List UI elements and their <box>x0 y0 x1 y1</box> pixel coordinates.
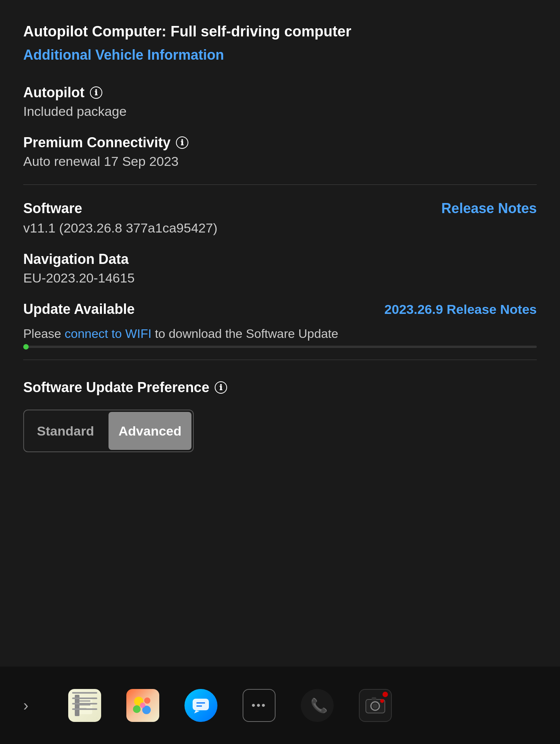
wifi-message-suffix: to download the Software Update <box>152 327 338 341</box>
svg-rect-18 <box>372 697 376 700</box>
svg-point-17 <box>372 703 378 709</box>
nav-data-label: Navigation Data <box>23 251 537 267</box>
taskbar-chevron[interactable]: › <box>23 697 28 714</box>
autopilot-label: Autopilot <box>23 84 84 101</box>
update-progress-bar <box>23 346 537 348</box>
svg-point-7 <box>133 705 141 713</box>
wifi-message-prefix: Please <box>23 327 65 341</box>
premium-connectivity-label-row: Premium Connectivity ℹ <box>23 134 537 151</box>
svg-text:📞: 📞 <box>310 697 327 714</box>
wifi-connect-link[interactable]: connect to WIFI <box>65 327 152 341</box>
update-release-notes-link[interactable]: 2023.26.9 Release Notes <box>384 302 537 317</box>
camera-app-icon <box>359 689 392 722</box>
divider-2 <box>23 360 537 360</box>
autopilot-section: Autopilot ℹ Included package <box>23 84 537 119</box>
autopilot-label-row: Autopilot ℹ <box>23 84 537 101</box>
preference-info-icon[interactable]: ℹ <box>215 381 227 394</box>
svg-point-19 <box>380 699 384 703</box>
advanced-toggle-button[interactable]: Advanced <box>109 412 191 450</box>
autopilot-info-icon[interactable]: ℹ <box>90 86 102 99</box>
autopilot-computer-title: Autopilot Computer: Full self-driving co… <box>23 23 537 40</box>
premium-connectivity-section: Premium Connectivity ℹ Auto renewal 17 S… <box>23 134 537 169</box>
taskbar-notes-icon[interactable] <box>67 688 102 723</box>
svg-point-9 <box>140 703 145 708</box>
update-available-row: Update Available 2023.26.9 Release Notes <box>23 301 537 317</box>
messages-app-icon <box>184 689 217 722</box>
autopilot-value: Included package <box>23 104 537 119</box>
premium-connectivity-label: Premium Connectivity <box>23 134 171 151</box>
taskbar-more-icon[interactable]: ••• <box>241 688 276 723</box>
svg-rect-4 <box>75 695 79 716</box>
software-header-row: Software Release Notes <box>23 200 537 217</box>
progress-dot <box>23 344 29 350</box>
taskbar-messages-icon[interactable] <box>183 688 218 723</box>
gallery-app-icon <box>126 689 159 722</box>
svg-marker-13 <box>194 710 200 713</box>
preference-label-row: Software Update Preference ℹ <box>23 379 537 396</box>
svg-point-6 <box>144 698 150 704</box>
taskbar-camera-icon[interactable] <box>358 688 393 723</box>
preference-label: Software Update Preference <box>23 379 209 396</box>
additional-vehicle-link[interactable]: Additional Vehicle Information <box>23 47 537 63</box>
nav-data-value: EU-2023.20-14615 <box>23 270 537 286</box>
taskbar-icons: ••• 📞 <box>67 688 393 723</box>
standard-toggle-button[interactable]: Standard <box>24 410 107 451</box>
update-preference-toggle: Standard Advanced <box>23 410 194 452</box>
main-content: Autopilot Computer: Full self-driving co… <box>0 0 560 666</box>
taskbar-phone-icon[interactable]: 📞 <box>300 688 334 723</box>
taskbar-gallery-icon[interactable] <box>125 688 160 723</box>
software-version: v11.1 (2023.26.8 377a1ca95427) <box>23 220 537 236</box>
software-label: Software <box>23 200 82 217</box>
premium-connectivity-value: Auto renewal 17 Sep 2023 <box>23 154 537 169</box>
divider-1 <box>23 184 537 185</box>
premium-connectivity-info-icon[interactable]: ℹ <box>176 136 188 149</box>
phone-app-icon: 📞 <box>301 689 334 722</box>
svg-rect-10 <box>193 699 209 710</box>
update-available-label: Update Available <box>23 301 134 317</box>
notes-app-icon <box>68 689 101 722</box>
more-app-icon: ••• <box>243 689 276 722</box>
release-notes-link[interactable]: Release Notes <box>441 200 537 217</box>
wifi-message: Please connect to WIFI to download the S… <box>23 327 537 341</box>
taskbar: › <box>0 666 560 744</box>
